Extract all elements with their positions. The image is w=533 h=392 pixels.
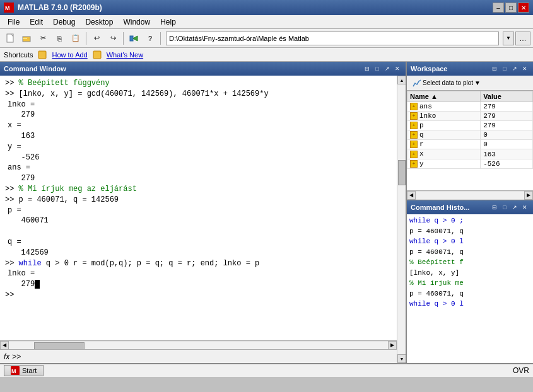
history-line[interactable]: p = 460071, q	[409, 226, 530, 237]
hist-line-text: p = 460071, q	[409, 228, 464, 235]
menu-window[interactable]: Window	[118, 15, 155, 28]
prompt-indicator: >>	[12, 352, 21, 361]
col-name-header[interactable]: Name ▲	[407, 91, 481, 102]
main-area: Command Window ⊟ □ ↗ ✕ >> % Beépített fü…	[0, 62, 533, 363]
menu-file[interactable]: File	[3, 15, 25, 28]
select-data-dropdown: ▼	[474, 79, 481, 86]
cmd-undock-button[interactable]: ⊟	[363, 64, 372, 73]
history-line[interactable]: while q > 0 l	[409, 236, 530, 247]
cmd-maximize-button[interactable]: □	[373, 64, 382, 73]
cmd-line-13: p =	[5, 205, 392, 216]
history-line[interactable]: % Mi írjuk me	[409, 278, 530, 289]
cmd-line-21: >>	[5, 290, 392, 301]
table-row[interactable]: +p279	[407, 121, 533, 130]
table-row[interactable]: +lnko279	[407, 112, 533, 121]
table-row[interactable]: +q0	[407, 130, 533, 140]
status-bar: M Start OVR	[0, 363, 533, 377]
menu-desktop[interactable]: Desktop	[80, 15, 118, 28]
vscroll-thumb[interactable]	[398, 160, 406, 185]
cmd-close-button[interactable]: ✕	[393, 64, 402, 73]
ovr-indicator: OVR	[513, 366, 529, 375]
history-line[interactable]: while q > 0 l	[409, 299, 530, 309]
hscroll-right-button[interactable]: ▶	[388, 341, 397, 350]
history-controls: ⊟ □ ↗ ✕	[490, 203, 529, 212]
paste-button[interactable]: 📋	[68, 31, 83, 46]
hist-line-text: p = 460071, q	[409, 290, 464, 297]
cmd-line-7: y =	[5, 142, 392, 153]
hist-close-button[interactable]: ✕	[520, 203, 529, 212]
ws-hscroll-track[interactable]	[416, 191, 524, 200]
ws-hscroll-left[interactable]: ◀	[407, 191, 416, 200]
var-value-cell: 279	[481, 102, 533, 112]
var-value-cell: 279	[481, 121, 533, 130]
menu-help[interactable]: Help	[155, 15, 181, 28]
command-window-inner: >> % Beépített függvény >> [lnko, x, y] …	[0, 76, 406, 363]
menu-edit[interactable]: Edit	[25, 15, 48, 28]
command-main: >> % Beépített függvény >> [lnko, x, y] …	[0, 76, 397, 363]
cmd-float-button[interactable]: ↗	[383, 64, 392, 73]
command-bottom-bar: fx >>	[0, 349, 397, 363]
table-row[interactable]: +ans279	[407, 102, 533, 112]
simulink-button[interactable]	[126, 31, 141, 46]
ws-hscroll-right[interactable]: ▶	[524, 191, 533, 200]
history-line[interactable]: p = 460071, q	[409, 247, 530, 258]
var-icon: +	[410, 151, 418, 158]
var-value-cell: 163	[481, 149, 533, 159]
hscroll-left-button[interactable]: ◀	[0, 341, 9, 350]
undo-button[interactable]: ↩	[89, 31, 104, 46]
browse-button[interactable]: …	[515, 32, 530, 45]
hscroll-track[interactable]	[9, 341, 388, 350]
new-file-button[interactable]	[3, 31, 18, 46]
select-data-button[interactable]: Select data to plot ▼	[409, 77, 484, 89]
history-content[interactable]: while q > 0 ;p = 460071, qwhile q > 0 lp…	[407, 214, 533, 363]
command-content[interactable]: >> % Beépített függvény >> [lnko, x, y] …	[0, 76, 397, 340]
var-value-cell: 279	[481, 112, 533, 121]
how-to-add-link[interactable]: How to Add	[52, 51, 87, 59]
title-bar-left: M MATLAB 7.9.0 (R2009b)	[4, 3, 102, 13]
toolbar-separator-2	[123, 32, 124, 45]
vscroll-track[interactable]	[397, 84, 406, 354]
copy-button[interactable]: ⎘	[52, 31, 67, 46]
menu-debug[interactable]: Debug	[48, 15, 80, 28]
help-button[interactable]: ?	[143, 31, 158, 46]
table-row[interactable]: +x163	[407, 149, 533, 159]
minimize-button[interactable]: –	[493, 3, 504, 13]
svg-rect-7	[38, 51, 46, 59]
history-line[interactable]: [lnko, x, y]	[409, 268, 530, 279]
var-value-cell: -526	[481, 159, 533, 168]
toolbar-separator-3	[160, 32, 161, 45]
table-row[interactable]: +y-526	[407, 159, 533, 168]
svg-text:M: M	[11, 368, 16, 374]
vscroll-down-button[interactable]: ▼	[397, 354, 406, 363]
start-button[interactable]: M Start	[4, 365, 44, 376]
ws-float-button[interactable]: ↗	[510, 64, 519, 73]
hscroll-thumb[interactable]	[34, 342, 85, 350]
path-dropdown-button[interactable]: ▼	[503, 32, 514, 45]
redo-button[interactable]: ↪	[105, 31, 120, 46]
path-bar: D:\Oktatás\Fny-szamtud-óra\Maple és Matl…	[166, 32, 499, 45]
ws-maximize-button[interactable]: □	[500, 64, 509, 73]
history-panel: Command Histo... ⊟ □ ↗ ✕ while q > 0 ;p …	[407, 200, 533, 363]
shortcuts-icon	[38, 50, 47, 59]
ws-undock-button[interactable]: ⊟	[490, 64, 499, 73]
history-line[interactable]: while q > 0 ;	[409, 216, 530, 226]
whats-new-link[interactable]: What's New	[107, 51, 143, 59]
command-window-title: Command Window	[4, 65, 66, 72]
vscroll-up-button[interactable]: ▲	[397, 76, 406, 84]
history-line[interactable]: p = 460071, q	[409, 289, 530, 299]
history-line[interactable]: % Beépített f	[409, 257, 530, 268]
svg-text:M: M	[5, 5, 10, 11]
open-button[interactable]	[19, 31, 34, 46]
col-value-header[interactable]: Value	[481, 91, 533, 102]
hist-undock-button[interactable]: ⊟	[490, 203, 499, 212]
cut-button[interactable]: ✂	[35, 31, 50, 46]
table-row[interactable]: +r0	[407, 140, 533, 149]
plot-icon	[413, 79, 421, 88]
title-bar-controls: – □ ✕	[493, 3, 529, 13]
close-button[interactable]: ✕	[518, 3, 529, 13]
hist-maximize-button[interactable]: □	[500, 203, 509, 212]
cmd-line-16: q =	[5, 237, 392, 248]
ws-close-button[interactable]: ✕	[520, 64, 529, 73]
maximize-button[interactable]: □	[505, 3, 517, 13]
hist-float-button[interactable]: ↗	[510, 203, 519, 212]
